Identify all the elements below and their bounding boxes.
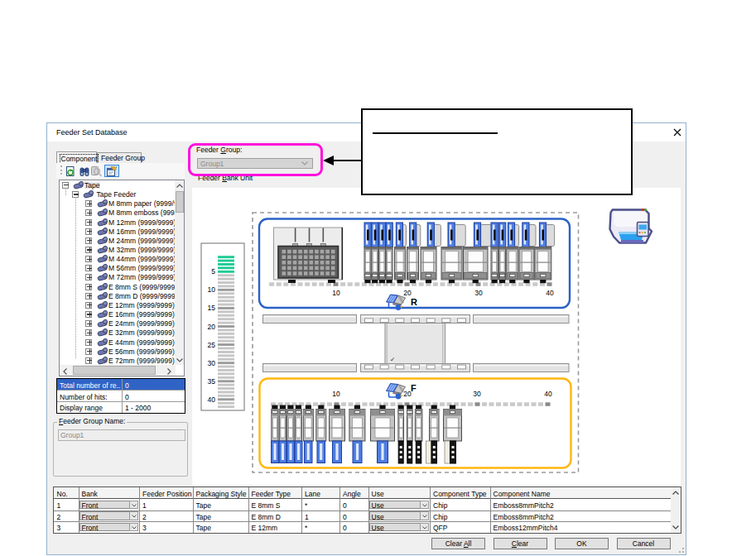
svg-text:30: 30 [473, 390, 481, 398]
svg-text:F: F [411, 383, 417, 393]
svg-text:5: 5 [211, 267, 215, 276]
svg-text:40: 40 [208, 395, 216, 404]
svg-text:✓: ✓ [390, 356, 395, 363]
svg-text:10: 10 [332, 390, 340, 398]
svg-text:40: 40 [546, 289, 554, 297]
svg-text:R: R [411, 297, 417, 307]
svg-text:15: 15 [208, 304, 216, 312]
svg-text:30: 30 [474, 289, 483, 297]
svg-text:35: 35 [208, 377, 216, 386]
svg-text:10: 10 [332, 289, 340, 297]
svg-text:20: 20 [208, 323, 216, 331]
svg-text:10: 10 [208, 285, 216, 294]
svg-text:30: 30 [208, 359, 216, 367]
svg-text:40: 40 [544, 390, 552, 398]
svg-text:20: 20 [403, 289, 412, 297]
svg-text:25: 25 [208, 341, 216, 349]
